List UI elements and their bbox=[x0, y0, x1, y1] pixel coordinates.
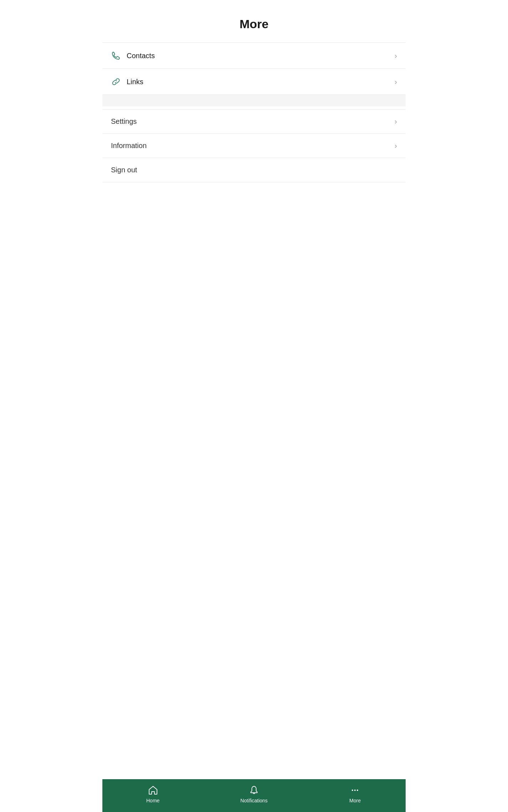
nav-item-home[interactable]: Home bbox=[102, 785, 203, 803]
information-label: Information bbox=[111, 142, 147, 150]
nav-item-more[interactable]: More bbox=[305, 785, 406, 803]
settings-menu-item[interactable]: Settings › bbox=[102, 110, 406, 134]
contacts-label: Contacts bbox=[127, 52, 155, 60]
nav-item-notifications[interactable]: Notifications bbox=[203, 785, 304, 803]
settings-label: Settings bbox=[111, 117, 137, 126]
link-icon bbox=[111, 77, 121, 87]
svg-point-2 bbox=[357, 790, 358, 791]
menu-section-2: Settings › Information › Sign out bbox=[102, 109, 406, 182]
contacts-menu-item[interactable]: Contacts › bbox=[102, 43, 406, 69]
links-menu-item[interactable]: Links › bbox=[102, 69, 406, 95]
links-label: Links bbox=[127, 78, 143, 86]
more-icon bbox=[350, 785, 360, 796]
section-divider bbox=[102, 95, 406, 106]
phone-icon bbox=[111, 51, 121, 61]
bottom-nav: Home Notifications More bbox=[102, 779, 406, 812]
information-chevron: › bbox=[395, 142, 397, 150]
sign-out-menu-item[interactable]: Sign out bbox=[102, 158, 406, 182]
menu-section-1: Contacts › Links › bbox=[102, 42, 406, 95]
sign-out-label: Sign out bbox=[111, 166, 137, 174]
home-nav-label: Home bbox=[146, 798, 159, 803]
bell-icon bbox=[249, 785, 259, 796]
information-menu-item[interactable]: Information › bbox=[102, 134, 406, 158]
links-chevron: › bbox=[395, 78, 397, 86]
svg-point-0 bbox=[352, 790, 353, 791]
home-icon bbox=[148, 785, 158, 796]
contacts-chevron: › bbox=[395, 52, 397, 60]
page-title: More bbox=[102, 0, 406, 42]
notifications-nav-label: Notifications bbox=[240, 798, 268, 803]
more-nav-label: More bbox=[349, 798, 361, 803]
settings-chevron: › bbox=[395, 117, 397, 126]
svg-point-1 bbox=[354, 790, 356, 791]
